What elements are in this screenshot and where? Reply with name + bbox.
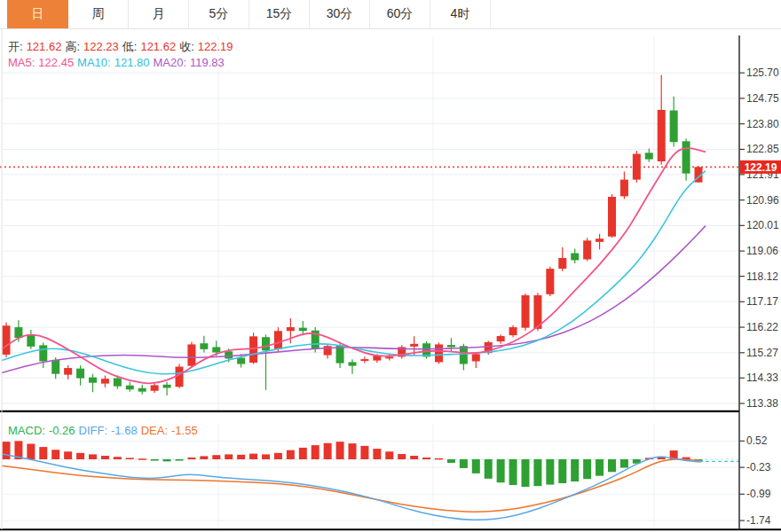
svg-text:-0.23: -0.23: [746, 461, 771, 473]
tab-15分[interactable]: 15分: [249, 0, 310, 28]
ma-info-row: MA5:122.45MA10:121.80MA20:119.83: [8, 56, 228, 69]
kline-chart-app: 125.70124.75123.80122.85121.91120.96120.…: [0, 0, 781, 532]
dea-label: DEA:: [141, 424, 168, 437]
diff-value: -1.68: [111, 424, 138, 437]
tab-日[interactable]: 日: [7, 0, 68, 28]
svg-text:122.85: 122.85: [746, 143, 779, 155]
open-value: 121.62: [27, 40, 62, 53]
tab-月[interactable]: 月: [129, 0, 189, 28]
vertical-gridlines: [218, 35, 654, 528]
tab-5分[interactable]: 5分: [189, 0, 249, 28]
svg-text:119.06: 119.06: [746, 245, 778, 257]
tab-60分[interactable]: 60分: [370, 0, 430, 28]
diff-label: DIFF:: [79, 424, 108, 437]
macd-value: -0.26: [49, 424, 75, 437]
current-price-badge: 122.19: [740, 160, 781, 174]
svg-text:120.01: 120.01: [746, 219, 779, 231]
svg-text:123.80: 123.80: [746, 118, 779, 130]
ma10-label: MA10:: [77, 56, 111, 69]
ma5-line: [2, 148, 706, 383]
ma10-value: 121.80: [114, 56, 150, 69]
close-value: 122.19: [198, 40, 233, 53]
macd-axis-labels: 0.52-0.23-0.99-1.74: [739, 434, 771, 527]
svg-text:124.75: 124.75: [746, 92, 779, 105]
svg-text:117.17: 117.17: [746, 295, 778, 308]
timeframe-tab-bar: 日周月5分15分30分60分4时: [0, 0, 781, 29]
svg-text:113.38: 113.38: [746, 397, 778, 410]
svg-text:114.33: 114.33: [746, 372, 778, 384]
dea-value: -1.55: [171, 424, 198, 437]
ohlc-info-row: 开:121.62高:122.23低:121.62收:122.19: [8, 39, 237, 55]
svg-text:120.96: 120.96: [746, 194, 779, 207]
svg-text:-1.74: -1.74: [746, 514, 771, 527]
ma10-line: [2, 171, 706, 374]
ma20-label: MA20:: [153, 56, 186, 69]
svg-text:118.12: 118.12: [746, 270, 778, 283]
tab-30分[interactable]: 30分: [310, 0, 370, 28]
price-axis-labels: 125.70124.75123.80122.85121.91120.96120.…: [739, 66, 779, 410]
tab-周[interactable]: 周: [68, 0, 129, 28]
tab-4时[interactable]: 4时: [430, 0, 491, 28]
macd-gridlines: [2, 441, 739, 520]
svg-text:125.70: 125.70: [746, 66, 779, 79]
svg-text:-0.99: -0.99: [746, 488, 771, 500]
svg-text:116.22: 116.22: [746, 321, 778, 333]
chart-canvas[interactable]: 125.70124.75123.80122.85121.91120.96120.…: [0, 0, 781, 532]
ma5-value: 122.45: [38, 56, 74, 69]
low-label: 低:: [122, 40, 138, 53]
macd-info-row: MACD:-0.26DIFF:-1.68DEA:-1.55: [8, 424, 201, 437]
svg-text:0.52: 0.52: [746, 434, 768, 447]
close-label: 收:: [179, 40, 194, 53]
low-value: 121.62: [140, 40, 176, 53]
ma20-value: 119.83: [190, 56, 225, 69]
high-value: 122.23: [83, 40, 119, 53]
svg-text:122.19: 122.19: [745, 161, 777, 174]
macd-label: MACD:: [8, 424, 45, 437]
ma5-label: MA5:: [8, 56, 35, 69]
svg-text:115.27: 115.27: [746, 347, 778, 359]
macd-histogram: [3, 441, 703, 487]
high-label: 高:: [65, 40, 80, 53]
open-label: 开:: [8, 40, 23, 53]
